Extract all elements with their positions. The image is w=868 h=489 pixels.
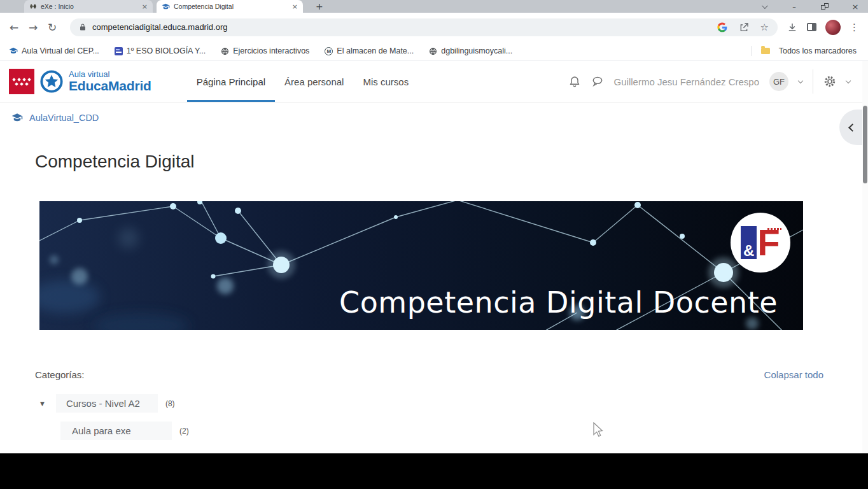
tab-close-icon[interactable]: ×	[292, 3, 298, 11]
minimize-button[interactable]: –	[790, 3, 798, 10]
scrollbar[interactable]	[862, 61, 868, 453]
graduation-cap-icon	[9, 46, 18, 55]
bookmark-item[interactable]: dgbilinguismoycali...	[429, 46, 512, 55]
bookmark-label: Ejercicios interactivos	[233, 46, 309, 55]
collapse-triangle-icon[interactable]: ▼	[40, 400, 45, 407]
close-button[interactable]: ×	[851, 3, 859, 11]
all-bookmarks-button[interactable]: Todos los marcadores	[761, 46, 857, 55]
google-icon[interactable]	[717, 22, 727, 32]
mouse-cursor	[592, 422, 605, 437]
tab-title: eXe : Inicio	[41, 3, 138, 10]
notifications-bell-icon[interactable]	[568, 75, 581, 88]
nav-mis-cursos[interactable]: Mis cursos	[353, 61, 418, 102]
user-name: Guillermo Jesu Fernández Crespo	[614, 76, 759, 87]
browser-profile-avatar[interactable]	[825, 20, 841, 35]
exe-favicon-icon	[29, 3, 37, 10]
nav-pagina-principal[interactable]: Página Principal	[187, 61, 275, 102]
bookmark-label: dgbilinguismoycali...	[441, 46, 512, 55]
site-logo[interactable]: Aula virtual EducaMadrid	[9, 61, 151, 102]
browser-toolbar: ← → ↻ competenciadigital.educa.madrid.or…	[0, 13, 868, 41]
bookmark-label: Aula Virtual del CEP...	[22, 46, 99, 55]
header-divider	[813, 69, 813, 94]
back-button[interactable]: ←	[8, 21, 20, 34]
main-content: Competencia Digital	[0, 152, 868, 440]
tab-title: Competencia Digital	[174, 3, 288, 10]
letterbox-bar	[0, 453, 868, 489]
breadcrumb: AulaVirtual_CDD	[0, 103, 868, 125]
user-menu-chevron-icon[interactable]	[798, 78, 803, 83]
grid-icon	[115, 47, 123, 55]
banner-logo-amp: &	[741, 226, 757, 259]
user-avatar[interactable]: GF	[769, 72, 788, 91]
banner-logo-marks	[770, 231, 779, 233]
graduation-cap-icon	[11, 112, 23, 124]
collapse-all-link[interactable]: Colapsar todo	[764, 369, 823, 380]
site-nav: Página Principal Área personal Mis curso…	[187, 61, 419, 102]
lock-icon	[79, 23, 87, 31]
window-controls: – ×	[760, 0, 868, 13]
page-title: Competencia Digital	[35, 152, 823, 172]
bookmark-star-icon[interactable]: ☆	[760, 22, 769, 33]
browser-window: eXe : Inicio × Competencia Digital × + –…	[0, 0, 868, 453]
messages-icon[interactable]	[591, 75, 604, 88]
category-link[interactable]: Cursos - Nivel A2	[56, 394, 158, 413]
tab-exe-inicio[interactable]: eXe : Inicio ×	[24, 0, 153, 13]
site-header: Aula virtual EducaMadrid Página Principa…	[0, 61, 868, 103]
bookmark-item[interactable]: M El almacen de Mate...	[325, 46, 414, 55]
category-count: (8)	[165, 399, 175, 408]
bookmark-label: 1º ESO BIOLOGÍA Y...	[127, 46, 206, 55]
logo-title: EducaMadrid	[69, 79, 151, 93]
bookmark-item[interactable]: Aula Virtual del CEP...	[9, 46, 99, 55]
tab-close-icon[interactable]: ×	[142, 3, 148, 11]
globe-icon	[429, 47, 437, 55]
graduation-cap-favicon-icon	[162, 3, 170, 11]
chevron-left-icon	[848, 124, 857, 132]
categories-label: Categorías:	[35, 369, 85, 380]
subcategory-row: Aula para exe (2)	[60, 422, 823, 440]
tab-competencia-digital[interactable]: Competencia Digital ×	[157, 0, 303, 13]
bookmarks-divider	[752, 46, 752, 56]
downloads-icon[interactable]	[787, 22, 798, 33]
category-link[interactable]: Aula para exe	[60, 422, 172, 440]
share-icon[interactable]	[739, 22, 749, 32]
logo-tagline: Aula virtual	[69, 70, 151, 79]
folder-icon	[761, 48, 770, 54]
address-bar[interactable]: competenciadigital.educa.madrid.org ☆	[70, 18, 778, 36]
course-banner: & F Competencia Digital Docente	[39, 201, 803, 330]
forward-button[interactable]: →	[27, 21, 39, 34]
category-count: (2)	[179, 427, 189, 436]
bookmark-item[interactable]: 1º ESO BIOLOGÍA Y...	[115, 46, 206, 55]
gear-icon[interactable]	[823, 75, 836, 88]
m-monogram-icon: M	[325, 47, 333, 55]
browser-menu-icon[interactable]: ⋮	[850, 22, 859, 33]
madrid-flag-icon	[9, 69, 34, 94]
banner-brand-logo: & F	[731, 213, 790, 273]
tab-search-icon[interactable]	[760, 3, 767, 10]
side-panel-icon[interactable]	[807, 23, 816, 31]
tab-strip: eXe : Inicio × Competencia Digital × + –…	[0, 0, 868, 13]
restore-button[interactable]	[821, 3, 829, 10]
bookmarks-bar: Aula Virtual del CEP... 1º ESO BIOLOGÍA …	[0, 41, 868, 61]
bookmark-item[interactable]: Ejercicios interactivos	[221, 46, 309, 55]
reload-button[interactable]: ↻	[46, 21, 59, 34]
category-row: ▼ Cursos - Nivel A2 (8)	[35, 394, 823, 413]
url-text[interactable]: competenciadigital.educa.madrid.org	[92, 22, 717, 32]
settings-chevron-icon[interactable]	[846, 78, 851, 83]
bookmark-label: El almacen de Mate...	[337, 46, 414, 55]
nav-area-personal[interactable]: Área personal	[275, 61, 353, 102]
banner-title: Competencia Digital Docente	[339, 285, 778, 320]
scrollbar-thumb[interactable]	[863, 106, 867, 183]
educamadrid-star-icon	[39, 69, 64, 94]
globe-icon	[221, 47, 229, 55]
all-bookmarks-label: Todos los marcadores	[779, 46, 857, 55]
breadcrumb-link[interactable]: AulaVirtual_CDD	[29, 113, 99, 123]
banner-logo-marks	[767, 228, 781, 230]
new-tab-button[interactable]: +	[316, 1, 323, 11]
